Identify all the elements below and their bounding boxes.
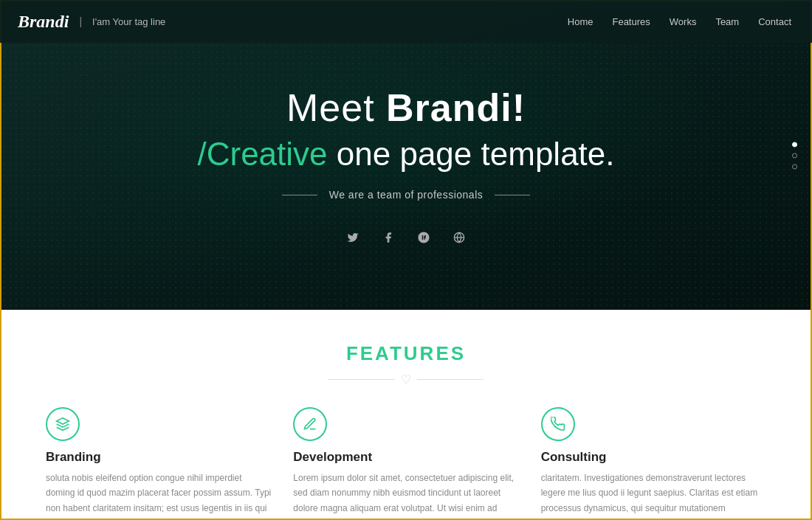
- hero-line-right: [495, 195, 530, 195]
- hero-socials: [197, 227, 614, 248]
- branding-desc: soluta nobis eleifend option congue nihi…: [46, 471, 271, 520]
- branding-name: Branding: [46, 450, 271, 465]
- features-grid: Branding soluta nobis eleifend option co…: [46, 407, 766, 520]
- google-plus-icon[interactable]: [413, 227, 434, 248]
- navbar-left: Brandi | I'am Your tag line: [18, 12, 165, 32]
- navbar-divider: |: [79, 15, 82, 27]
- hero-title: Meet Brandi!: [197, 86, 614, 130]
- features-section: FEATURES ♡ Branding soluta nobis eleifen…: [1, 310, 811, 520]
- facebook-icon[interactable]: [378, 227, 399, 248]
- feature-item-development: Development Lorem ipsum dolor sit amet, …: [293, 407, 518, 520]
- nav-item-works[interactable]: Works: [670, 16, 697, 27]
- development-name: Development: [293, 450, 518, 465]
- consulting-icon: [541, 407, 575, 441]
- consulting-name: Consulting: [541, 450, 766, 465]
- branding-icon: [46, 407, 80, 441]
- features-header: FEATURES ♡: [46, 342, 766, 386]
- brand-logo: Brandi: [18, 12, 69, 32]
- features-divider: ♡: [46, 372, 766, 386]
- hero-dot-1[interactable]: [792, 142, 797, 148]
- consulting-desc: claritatem. Investigationes demonstraver…: [541, 471, 766, 520]
- nav-item-features[interactable]: Features: [612, 16, 650, 27]
- navbar-nav: Home Features Works Team Contact: [568, 16, 791, 27]
- hero-subtitle: /Creative one page template.: [197, 136, 614, 173]
- nav-item-home[interactable]: Home: [568, 16, 593, 27]
- hero-subtitle-accent: /Creative: [197, 136, 327, 172]
- nav-item-team[interactable]: Team: [715, 16, 739, 27]
- divider-line-left: [328, 379, 395, 380]
- hero-content: Meet Brandi! /Creative one page template…: [197, 86, 614, 248]
- hero-section: Meet Brandi! /Creative one page template…: [1, 1, 811, 310]
- development-desc: Lorem ipsum dolor sit amet, consectetuer…: [293, 471, 518, 520]
- hero-title-bold: Brandi!: [386, 86, 526, 129]
- development-icon: [293, 407, 327, 441]
- hero-dots: [792, 142, 797, 170]
- hero-subtitle-plain: one page template.: [328, 136, 615, 172]
- hero-tagline-wrap: We are a team of professionals: [197, 189, 614, 201]
- hero-dot-3[interactable]: [792, 164, 797, 170]
- divider-line-right: [417, 379, 484, 380]
- hero-line-left: [282, 195, 317, 195]
- navbar: Brandi | I'am Your tag line Home Feature…: [0, 0, 812, 43]
- navbar-tagline: I'am Your tag line: [92, 16, 165, 27]
- nav-item-contact[interactable]: Contact: [758, 16, 791, 27]
- twitter-icon[interactable]: [343, 227, 363, 248]
- web-icon[interactable]: [449, 227, 469, 248]
- feature-item-branding: Branding soluta nobis eleifend option co…: [46, 407, 271, 520]
- features-title: FEATURES: [46, 342, 766, 365]
- heart-icon: ♡: [401, 372, 411, 386]
- hero-dot-2[interactable]: [792, 153, 797, 159]
- feature-item-consulting: Consulting claritatem. Investigationes d…: [541, 407, 766, 520]
- hero-tagline: We are a team of professionals: [329, 189, 484, 201]
